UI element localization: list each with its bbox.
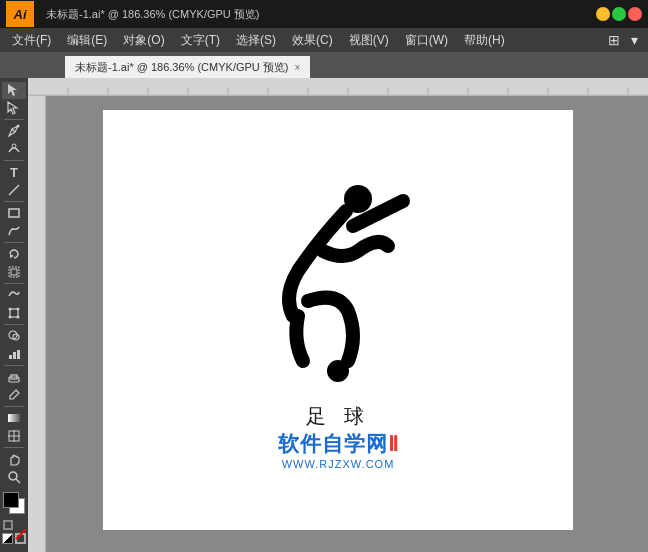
line-tool[interactable] <box>2 182 26 199</box>
shape-builder-tool[interactable] <box>2 328 26 345</box>
pencil-tool[interactable] <box>2 223 26 240</box>
canvas-area: 足 球 软件自学网Ⅱ WWW.RJZXW.COM <box>28 78 648 552</box>
minimize-button[interactable] <box>596 7 610 21</box>
type-tool[interactable]: T <box>2 164 26 181</box>
menu-object[interactable]: 对象(O) <box>115 30 172 51</box>
menu-bar: 文件(F) 编辑(E) 对象(O) 文字(T) 选择(S) 效果(C) 视图(V… <box>0 28 648 52</box>
separator-5 <box>4 283 24 284</box>
warp-tool[interactable] <box>2 287 26 304</box>
eraser-tool[interactable] <box>2 369 26 386</box>
svg-marker-6 <box>10 254 14 258</box>
arrange-icon[interactable]: ▾ <box>624 30 644 50</box>
rotate-tool[interactable] <box>2 246 26 263</box>
label-container: 足 球 软件自学网Ⅱ WWW.RJZXW.COM <box>278 403 399 470</box>
menu-type[interactable]: 文字(T) <box>173 30 228 51</box>
window-controls[interactable] <box>596 7 642 21</box>
svg-marker-1 <box>8 102 17 114</box>
svg-rect-18 <box>17 350 20 359</box>
svg-rect-21 <box>8 414 20 422</box>
color-picker[interactable] <box>1 490 27 516</box>
eyedropper-tool[interactable] <box>2 386 26 403</box>
menu-view[interactable]: 视图(V) <box>341 30 397 51</box>
svg-point-11 <box>17 307 20 310</box>
mesh-tool[interactable] <box>2 427 26 444</box>
curvature-tool[interactable] <box>2 141 26 158</box>
menu-file[interactable]: 文件(F) <box>4 30 59 51</box>
menu-window[interactable]: 窗口(W) <box>397 30 456 51</box>
separator-7 <box>4 365 24 366</box>
hand-tool[interactable] <box>2 451 26 468</box>
direct-selection-tool[interactable] <box>2 100 26 117</box>
ai-logo: Ai <box>6 1 34 27</box>
left-toolbar: T <box>0 78 28 552</box>
svg-marker-0 <box>8 84 17 96</box>
free-transform-tool[interactable] <box>2 304 26 321</box>
rect-tool[interactable] <box>2 205 26 222</box>
scale-tool[interactable] <box>2 263 26 280</box>
svg-point-10 <box>9 307 12 310</box>
title-bar: Ai 未标题-1.ai* @ 186.36% (CMYK/GPU 预览) <box>0 0 648 28</box>
color-mode-button[interactable] <box>2 533 13 544</box>
svg-line-26 <box>16 479 20 483</box>
svg-rect-5 <box>9 209 19 217</box>
menu-help[interactable]: 帮助(H) <box>456 30 513 51</box>
menu-select[interactable]: 选择(S) <box>228 30 284 51</box>
separator-2 <box>4 160 24 161</box>
zoom-tool[interactable] <box>2 468 26 485</box>
horizontal-ruler <box>28 78 648 96</box>
canvas-document: 足 球 软件自学网Ⅱ WWW.RJZXW.COM <box>103 110 573 530</box>
brand-cn: 软件自学网 <box>278 432 388 455</box>
selection-tool[interactable] <box>2 82 26 99</box>
separator-9 <box>4 447 24 448</box>
chart-tool[interactable] <box>2 345 26 362</box>
separator-3 <box>4 201 24 202</box>
svg-line-4 <box>9 185 19 195</box>
tab-bar: 未标题-1.ai* @ 186.36% (CMYK/GPU 预览) × <box>0 52 648 78</box>
separator-4 <box>4 242 24 243</box>
svg-point-12 <box>9 315 12 318</box>
gradient-tool[interactable] <box>2 410 26 427</box>
tab-close-button[interactable]: × <box>295 62 301 73</box>
svg-rect-7 <box>11 269 17 275</box>
svg-point-25 <box>9 472 17 480</box>
foreground-color-box[interactable] <box>3 492 19 508</box>
workspace-icon[interactable]: ⊞ <box>604 30 624 50</box>
separator-8 <box>4 406 24 407</box>
svg-point-2 <box>17 125 20 128</box>
brand-suffix: Ⅱ <box>388 432 399 455</box>
main-layout: T <box>0 78 648 552</box>
stroke-box[interactable] <box>3 520 13 530</box>
soccer-figure <box>238 171 438 391</box>
svg-rect-17 <box>13 352 16 359</box>
pen-tool[interactable] <box>2 123 26 140</box>
none-color-button[interactable] <box>15 533 26 544</box>
tab-label: 未标题-1.ai* @ 186.36% (CMYK/GPU 预览) <box>75 60 289 75</box>
menu-effect[interactable]: 效果(C) <box>284 30 341 51</box>
document-title: 未标题-1.ai* @ 186.36% (CMYK/GPU 预览) <box>46 7 260 22</box>
figure-label: 足 球 <box>278 403 399 430</box>
brand-label: 软件自学网Ⅱ <box>278 430 399 458</box>
svg-rect-16 <box>9 355 12 359</box>
svg-rect-9 <box>10 309 18 317</box>
menu-edit[interactable]: 编辑(E) <box>59 30 115 51</box>
svg-point-13 <box>17 315 20 318</box>
svg-point-45 <box>327 360 349 382</box>
vertical-ruler <box>28 96 46 552</box>
separator-6 <box>4 324 24 325</box>
brand-url: WWW.RJZXW.COM <box>278 458 399 470</box>
separator-1 <box>4 119 24 120</box>
color-section <box>1 486 27 548</box>
maximize-button[interactable] <box>612 7 626 21</box>
close-button[interactable] <box>628 7 642 21</box>
document-tab[interactable]: 未标题-1.ai* @ 186.36% (CMYK/GPU 预览) × <box>65 56 310 78</box>
